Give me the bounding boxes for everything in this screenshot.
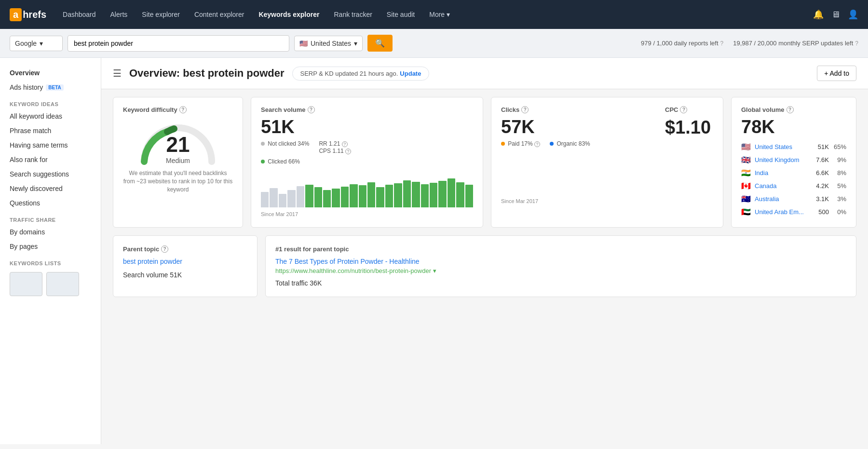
- beta-badge: BETA: [46, 84, 63, 91]
- nav-content-explorer[interactable]: Content explorer: [189, 7, 250, 22]
- top-result-title: #1 result for parent topic: [275, 245, 846, 253]
- notifications-icon[interactable]: 🔔: [813, 9, 824, 20]
- sidebar-item-phrase-match[interactable]: Phrase match: [0, 123, 101, 138]
- sidebar-item-by-domains[interactable]: By domains: [0, 225, 101, 239]
- country-row-au: 🇦🇺 Australia 3.1K 3%: [741, 192, 846, 205]
- uk-link[interactable]: United Kingdom: [755, 156, 808, 163]
- nav-keywords-explorer[interactable]: Keywords explorer: [253, 7, 325, 22]
- country-row-ae: 🇦🇪 United Arab Em... 500 0%: [741, 205, 846, 218]
- result-traffic: Total traffic 36K: [275, 279, 846, 287]
- main-content: ☰ Overview: best protein powder SERP & K…: [101, 58, 868, 444]
- kw-thumb-1[interactable]: [10, 272, 42, 296]
- layout: Overview Ads history BETA KEYWORD IDEAS …: [0, 58, 868, 444]
- au-flag: 🇦🇺: [741, 194, 751, 204]
- bar: [430, 183, 437, 207]
- parent-topic-help-icon[interactable]: ?: [161, 245, 168, 253]
- logo-text: hrefs: [23, 9, 46, 20]
- sidebar-item-by-pages[interactable]: By pages: [0, 239, 101, 254]
- page-title: Overview: best protein powder: [129, 67, 285, 80]
- country-row-in: 🇮🇳 India 6.6K 8%: [741, 166, 846, 179]
- volume-value: 51K: [261, 117, 473, 137]
- cpc-help-icon[interactable]: ?: [680, 106, 687, 113]
- global-volume-help-icon[interactable]: ?: [787, 106, 794, 113]
- search-button[interactable]: 🔍: [367, 35, 393, 52]
- parent-topic-card: Parent topic ? best protein powder Searc…: [113, 235, 258, 297]
- clicked-dot: [261, 160, 265, 163]
- bar: [287, 190, 295, 207]
- keyword-ideas-label: KEYWORD IDEAS: [0, 95, 101, 109]
- dropdown-icon[interactable]: ▾: [433, 267, 436, 274]
- bar: [305, 185, 313, 207]
- parent-topic-search-volume: Search volume 51K: [123, 271, 247, 279]
- logo-icon: a: [10, 8, 22, 21]
- monitor-icon[interactable]: 🖥: [831, 10, 840, 20]
- user-icon[interactable]: 👤: [848, 9, 858, 20]
- nav-rank-tracker[interactable]: Rank tracker: [328, 7, 378, 22]
- nav-site-explorer[interactable]: Site explorer: [136, 7, 186, 22]
- gauge-wrapper: 21 Medium: [123, 118, 233, 164]
- top-result-card: #1 result for parent topic The 7 Best Ty…: [265, 235, 856, 297]
- nav-more[interactable]: More ▾: [423, 7, 456, 22]
- global-volume-card: Global volume ? 78K 🇺🇸 United States 51K…: [731, 97, 856, 228]
- sidebar-item-newly-discovered[interactable]: Newly discovered: [0, 181, 101, 196]
- page-header: ☰ Overview: best protein powder SERP & K…: [101, 58, 868, 89]
- paid-help-icon[interactable]: ?: [534, 141, 540, 147]
- uk-value: 7.6K: [812, 156, 829, 163]
- logo[interactable]: a hrefs: [10, 8, 46, 21]
- clicks-help-icon[interactable]: ?: [521, 106, 529, 113]
- nav-site-audit[interactable]: Site audit: [381, 7, 420, 22]
- sidebar-item-overview[interactable]: Overview: [0, 66, 101, 80]
- clicks-breakdown: Paid 17% ? Organic 83%: [501, 140, 713, 147]
- rr: RR 1.21 ?: [319, 140, 351, 147]
- us-link[interactable]: United States: [755, 143, 808, 150]
- cps-help-icon[interactable]: ?: [345, 149, 351, 154]
- daily-quota-help-icon[interactable]: ?: [720, 40, 724, 47]
- paid-dot: [501, 142, 505, 146]
- kw-thumb-2[interactable]: [46, 272, 79, 296]
- country-list: 🇺🇸 United States 51K 65% 🇬🇧 United Kingd…: [741, 140, 846, 218]
- au-link[interactable]: Australia: [755, 195, 808, 203]
- volume-card: Search volume ? 51K Not clicked 34% RR 1…: [251, 97, 483, 228]
- add-to-button[interactable]: + Add to: [817, 66, 856, 81]
- menu-toggle-icon[interactable]: ☰: [113, 68, 122, 79]
- sidebar-item-all-keyword-ideas[interactable]: All keyword ideas: [0, 109, 101, 123]
- monthly-quota-help-icon[interactable]: ?: [855, 40, 858, 47]
- result-page-title[interactable]: The 7 Best Types of Protein Powder - Hea…: [275, 258, 846, 265]
- parent-topic-link[interactable]: best protein powder: [123, 258, 247, 265]
- us-pct: 65%: [833, 143, 846, 150]
- rr-help-icon[interactable]: ?: [342, 141, 348, 147]
- sidebar: Overview Ads history BETA KEYWORD IDEAS …: [0, 58, 101, 444]
- searchbar: Google ▾ 🇺🇸 United States ▾ 🔍 979 / 1,00…: [0, 29, 868, 58]
- bar: [279, 194, 286, 207]
- keywords-lists-thumbnails: [0, 268, 101, 300]
- nav-right: 🔔 🖥 👤: [813, 9, 858, 20]
- kd-label: Medium: [166, 157, 190, 164]
- sidebar-item-questions[interactable]: Questions: [0, 196, 101, 210]
- search-input[interactable]: [68, 35, 289, 52]
- update-link[interactable]: Update: [400, 70, 421, 77]
- not-clicked-dot: [261, 142, 265, 146]
- search-engine-select[interactable]: Google ▾: [10, 36, 63, 51]
- quota-info: 979 / 1,000 daily reports left ? 19,987 …: [641, 40, 858, 47]
- sidebar-item-ads-history[interactable]: Ads history BETA: [0, 80, 101, 95]
- country-row-uk: 🇬🇧 United Kingdom 7.6K 9%: [741, 153, 846, 166]
- nav-alerts[interactable]: Alerts: [105, 7, 134, 22]
- cpc-title: CPC ?: [665, 106, 713, 113]
- ae-link[interactable]: United Arab Em...: [755, 208, 808, 216]
- in-flag: 🇮🇳: [741, 168, 751, 177]
- kd-help-icon[interactable]: ?: [179, 106, 187, 113]
- volume-help-icon[interactable]: ?: [308, 106, 315, 113]
- sidebar-item-also-rank-for[interactable]: Also rank for: [0, 152, 101, 167]
- bar: [421, 184, 429, 207]
- not-clicked: Not clicked 34%: [261, 140, 309, 154]
- sidebar-item-having-same-terms[interactable]: Having same terms: [0, 138, 101, 152]
- in-pct: 8%: [833, 169, 846, 177]
- ca-link[interactable]: Canada: [755, 182, 808, 190]
- in-link[interactable]: India: [755, 169, 808, 177]
- sidebar-item-search-suggestions[interactable]: Search suggestions: [0, 167, 101, 181]
- country-row-ca: 🇨🇦 Canada 4.2K 5%: [741, 179, 846, 192]
- country-select[interactable]: 🇺🇸 United States ▾: [294, 36, 363, 51]
- keywords-lists-label: KEYWORDS LISTS: [0, 254, 101, 268]
- nav-dashboard[interactable]: Dashboard: [57, 7, 102, 22]
- organic-dot: [550, 142, 554, 146]
